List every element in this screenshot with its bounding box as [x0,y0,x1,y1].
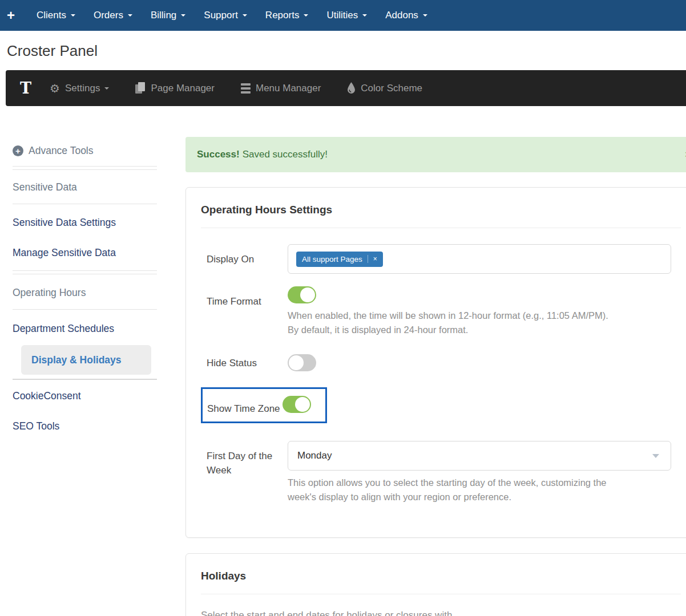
nav-item-label: Support [204,10,238,21]
success-alert: Success! Saved successfully! × [185,137,686,172]
chevron-down-icon [423,14,427,17]
sidebar-item-manage-sensitive-data[interactable]: Manage Sensitive Data [13,247,157,259]
chevron-down-icon [652,454,659,458]
chevron-down-icon [304,14,308,17]
sidebar-heading-sensitive-data: Sensitive Data [13,181,157,193]
top-navbar: + Clients Orders Billing Support Reports… [0,0,686,31]
nav-item-label: Addons [385,10,418,21]
main-content: Success! Saved successfully! × Operating… [185,137,686,616]
nav-item-label: Orders [94,10,123,21]
divider [13,270,157,274]
chevron-down-icon [128,14,132,17]
plus-circle-icon: + [13,145,23,156]
nav-item-addons[interactable]: Addons [376,0,437,31]
addon-nav-label: Settings [65,83,100,94]
alert-title: Success! [197,149,240,160]
addon-nav-label: Menu Manager [256,83,321,94]
nav-item-clients[interactable]: Clients [27,0,84,31]
sidebar-item-cookie-consent[interactable]: CookieConsent [13,390,157,402]
divider [13,166,157,170]
croster-logo-icon: T [20,80,31,96]
addon-navbar: T ⚙ Settings Page Manager Menu Manager C… [6,70,686,106]
tag-remove-icon[interactable]: × [368,255,377,263]
show-time-zone-label: Show Time Zone [207,402,283,416]
holidays-card: Holidays Select the start and end dates … [185,553,686,616]
first-day-label: First Day of the Week [207,449,288,477]
holidays-intro-text: Select the start and end dates for holid… [201,608,681,616]
addon-nav-settings[interactable]: ⚙ Settings [50,83,109,94]
show-time-zone-toggle[interactable] [283,396,311,413]
addon-nav-page-manager[interactable]: Page Manager [135,82,215,94]
nav-item-label: Billing [151,10,176,21]
sidebar-item-seo-tools[interactable]: SEO Tools [13,420,157,432]
time-format-label: Time Format [207,294,288,309]
card-title: Holidays [201,570,681,582]
first-day-help: This option allows you to select the sta… [288,476,671,504]
sidebar-item-display-holidays-active[interactable]: Display & Holidays [21,345,151,375]
sidebar-item-label: Advance Tools [29,145,94,157]
divider [13,204,157,204]
first-day-select[interactable]: Monday [288,441,671,471]
chevron-down-icon [243,14,247,17]
time-format-row: Time Format When enabled, the time will … [207,286,681,337]
chevron-down-icon [71,14,75,17]
addon-nav-label: Color Scheme [361,83,422,94]
nav-item-utilities[interactable]: Utilities [317,0,376,31]
card-title: Operating Hours Settings [201,204,681,216]
sidebar-item-sensitive-data-settings[interactable]: Sensitive Data Settings [13,217,157,229]
show-time-zone-row-highlighted: Show Time Zone [201,387,327,423]
nav-item-label: Clients [37,10,66,21]
chevron-down-icon [104,87,109,90]
hide-status-toggle[interactable] [288,354,316,371]
sidebar-item-department-schedules[interactable]: Department Schedules [13,323,157,335]
hide-status-label: Hide Status [207,356,288,370]
settings-sidebar: + Advance Tools Sensitive Data Sensitive… [13,137,157,432]
nav-item-label: Utilities [326,10,358,21]
droplet-icon [347,82,356,94]
display-on-label: Display On [207,252,288,266]
display-on-row: Display On All support Pages × [207,244,681,274]
hide-status-row: Hide Status [207,354,681,371]
gear-icon: ⚙ [50,83,60,94]
time-format-toggle[interactable] [288,286,316,303]
divider [13,379,157,380]
chevron-down-icon [181,14,185,17]
tag-label: All support Pages [302,255,362,264]
card-header: Holidays [201,554,681,594]
alert-message: Saved successfully! [243,149,328,160]
addon-nav-label: Page Manager [151,83,215,94]
nav-item-orders[interactable]: Orders [84,0,142,31]
card-header: Operating Hours Settings [201,188,681,228]
first-day-row: First Day of the Week Monday This option… [207,441,681,504]
nav-item-label: Reports [265,10,300,21]
hamburger-menu-icon [241,83,251,94]
time-format-help: When enabled, the time will be shown in … [288,309,608,337]
addon-nav-color-scheme[interactable]: Color Scheme [347,82,422,94]
operating-hours-settings-card: Operating Hours Settings Display On All … [185,187,686,538]
nav-item-billing[interactable]: Billing [142,0,195,31]
selected-tag: All support Pages × [296,252,383,267]
page-title: Croster Panel [7,42,686,60]
nav-item-support[interactable]: Support [195,0,256,31]
chevron-down-icon [362,14,367,17]
select-value: Monday [297,450,332,461]
addon-nav-menu-manager[interactable]: Menu Manager [241,83,321,94]
nav-item-reports[interactable]: Reports [256,0,318,31]
display-on-multiselect[interactable]: All support Pages × [288,244,671,274]
sidebar-heading-operating-hours: Operating Hours [13,287,157,299]
sidebar-item-advance-tools[interactable]: + Advance Tools [13,145,157,157]
divider [13,309,157,310]
add-icon[interactable]: + [7,9,15,22]
pages-icon [135,82,146,94]
